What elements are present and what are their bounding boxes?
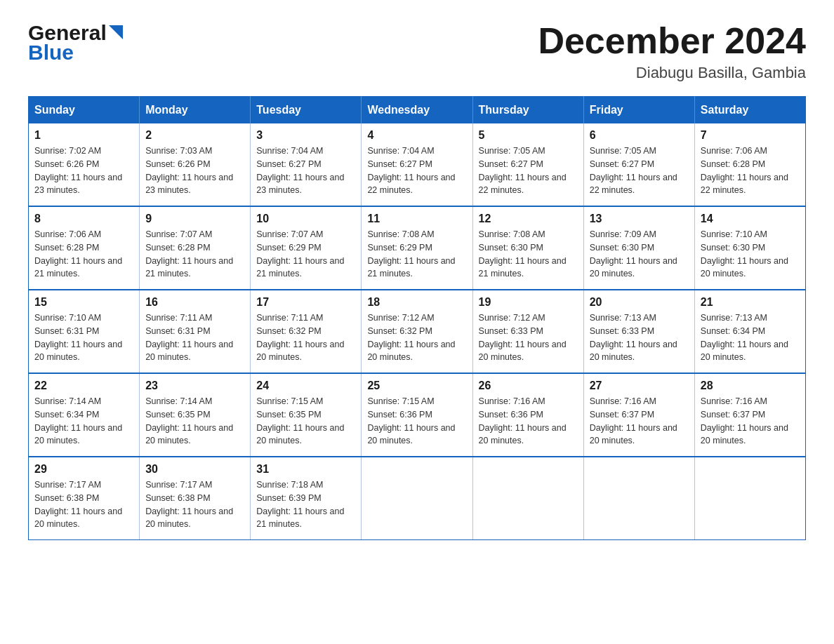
day-info: Sunrise: 7:04 AMSunset: 6:27 PMDaylight:… <box>256 146 344 195</box>
day-info: Sunrise: 7:11 AMSunset: 6:31 PMDaylight:… <box>145 313 233 362</box>
day-info: Sunrise: 7:11 AMSunset: 6:32 PMDaylight:… <box>256 313 344 362</box>
calendar-cell: 26 Sunrise: 7:16 AMSunset: 6:36 PMDaylig… <box>472 373 583 457</box>
day-info: Sunrise: 7:14 AMSunset: 6:34 PMDaylight:… <box>34 396 122 445</box>
calendar-cell: 13 Sunrise: 7:09 AMSunset: 6:30 PMDaylig… <box>583 206 694 290</box>
day-info: Sunrise: 7:16 AMSunset: 6:37 PMDaylight:… <box>701 396 788 445</box>
header-saturday: Saturday <box>694 97 805 124</box>
day-info: Sunrise: 7:07 AMSunset: 6:29 PMDaylight:… <box>256 229 344 279</box>
day-number: 1 <box>34 129 133 142</box>
calendar-cell: 25 Sunrise: 7:15 AMSunset: 6:36 PMDaylig… <box>362 373 472 457</box>
header-monday: Monday <box>140 97 251 124</box>
logo-arrow-icon <box>109 25 123 42</box>
day-info: Sunrise: 7:15 AMSunset: 6:35 PMDaylight:… <box>256 396 344 445</box>
header-tuesday: Tuesday <box>251 97 362 124</box>
calendar-cell: 29 Sunrise: 7:17 AMSunset: 6:38 PMDaylig… <box>29 457 140 540</box>
day-number: 6 <box>590 129 689 142</box>
header-thursday: Thursday <box>472 97 583 124</box>
calendar-cell: 10 Sunrise: 7:07 AMSunset: 6:29 PMDaylig… <box>251 206 362 290</box>
header-wednesday: Wednesday <box>362 97 472 124</box>
calendar-cell: 18 Sunrise: 7:12 AMSunset: 6:32 PMDaylig… <box>362 290 472 373</box>
location: Diabugu Basilla, Gambia <box>538 64 806 82</box>
day-info: Sunrise: 7:18 AMSunset: 6:39 PMDaylight:… <box>256 480 344 529</box>
day-info: Sunrise: 7:08 AMSunset: 6:30 PMDaylight:… <box>479 229 567 279</box>
day-info: Sunrise: 7:16 AMSunset: 6:37 PMDaylight:… <box>590 396 677 445</box>
week-row-1: 1 Sunrise: 7:02 AMSunset: 6:26 PMDayligh… <box>29 123 806 206</box>
calendar-cell: 20 Sunrise: 7:13 AMSunset: 6:33 PMDaylig… <box>583 290 694 373</box>
day-number: 15 <box>34 296 133 309</box>
day-number: 8 <box>34 213 133 225</box>
title-section: December 2024 Diabugu Basilla, Gambia <box>538 21 806 82</box>
calendar-cell: 12 Sunrise: 7:08 AMSunset: 6:30 PMDaylig… <box>472 206 583 290</box>
day-number: 29 <box>34 463 133 476</box>
day-number: 26 <box>479 380 578 392</box>
day-number: 11 <box>367 213 466 225</box>
svg-marker-0 <box>109 25 123 39</box>
calendar-cell: 4 Sunrise: 7:04 AMSunset: 6:27 PMDayligh… <box>362 123 472 206</box>
day-number: 30 <box>145 463 244 476</box>
week-row-4: 22 Sunrise: 7:14 AMSunset: 6:34 PMDaylig… <box>29 373 806 457</box>
calendar-cell: 5 Sunrise: 7:05 AMSunset: 6:27 PMDayligh… <box>472 123 583 206</box>
calendar-cell: 21 Sunrise: 7:13 AMSunset: 6:34 PMDaylig… <box>694 290 805 373</box>
day-info: Sunrise: 7:06 AMSunset: 6:28 PMDaylight:… <box>701 146 788 195</box>
day-number: 2 <box>145 129 244 142</box>
logo: General Blue <box>28 21 123 65</box>
calendar-cell: 14 Sunrise: 7:10 AMSunset: 6:30 PMDaylig… <box>694 206 805 290</box>
calendar-cell: 15 Sunrise: 7:10 AMSunset: 6:31 PMDaylig… <box>29 290 140 373</box>
day-info: Sunrise: 7:15 AMSunset: 6:36 PMDaylight:… <box>367 396 455 445</box>
calendar-table: Sunday Monday Tuesday Wednesday Thursday… <box>28 96 806 540</box>
day-info: Sunrise: 7:10 AMSunset: 6:31 PMDaylight:… <box>34 313 122 362</box>
day-number: 3 <box>256 129 355 142</box>
calendar-cell: 27 Sunrise: 7:16 AMSunset: 6:37 PMDaylig… <box>583 373 694 457</box>
day-number: 13 <box>590 213 689 225</box>
calendar-cell: 7 Sunrise: 7:06 AMSunset: 6:28 PMDayligh… <box>694 123 805 206</box>
day-number: 4 <box>367 129 466 142</box>
calendar-cell: 1 Sunrise: 7:02 AMSunset: 6:26 PMDayligh… <box>29 123 140 206</box>
page-header: General Blue December 2024 Diabugu Basil… <box>28 21 806 82</box>
day-number: 5 <box>479 129 578 142</box>
calendar-cell: 22 Sunrise: 7:14 AMSunset: 6:34 PMDaylig… <box>29 373 140 457</box>
calendar-cell <box>694 457 805 540</box>
day-number: 7 <box>701 129 800 142</box>
day-number: 19 <box>479 296 578 309</box>
day-info: Sunrise: 7:10 AMSunset: 6:30 PMDaylight:… <box>701 229 788 279</box>
day-number: 25 <box>367 380 466 392</box>
day-number: 10 <box>256 213 355 225</box>
day-number: 17 <box>256 296 355 309</box>
calendar-cell <box>362 457 472 540</box>
day-number: 27 <box>590 380 689 392</box>
day-number: 23 <box>145 380 244 392</box>
calendar-cell: 31 Sunrise: 7:18 AMSunset: 6:39 PMDaylig… <box>251 457 362 540</box>
day-number: 21 <box>701 296 800 309</box>
day-info: Sunrise: 7:05 AMSunset: 6:27 PMDaylight:… <box>590 146 677 195</box>
calendar-cell: 28 Sunrise: 7:16 AMSunset: 6:37 PMDaylig… <box>694 373 805 457</box>
day-info: Sunrise: 7:17 AMSunset: 6:38 PMDaylight:… <box>34 480 122 529</box>
header-friday: Friday <box>583 97 694 124</box>
day-number: 20 <box>590 296 689 309</box>
calendar-cell: 11 Sunrise: 7:08 AMSunset: 6:29 PMDaylig… <box>362 206 472 290</box>
header-sunday: Sunday <box>29 97 140 124</box>
day-info: Sunrise: 7:17 AMSunset: 6:38 PMDaylight:… <box>145 480 233 529</box>
calendar-cell: 3 Sunrise: 7:04 AMSunset: 6:27 PMDayligh… <box>251 123 362 206</box>
day-info: Sunrise: 7:13 AMSunset: 6:34 PMDaylight:… <box>701 313 788 362</box>
day-info: Sunrise: 7:16 AMSunset: 6:36 PMDaylight:… <box>479 396 567 445</box>
calendar-cell: 30 Sunrise: 7:17 AMSunset: 6:38 PMDaylig… <box>140 457 251 540</box>
month-title: December 2024 <box>538 21 806 61</box>
day-number: 22 <box>34 380 133 392</box>
day-number: 14 <box>701 213 800 225</box>
day-info: Sunrise: 7:02 AMSunset: 6:26 PMDaylight:… <box>34 146 122 195</box>
day-number: 31 <box>256 463 355 476</box>
calendar-cell: 17 Sunrise: 7:11 AMSunset: 6:32 PMDaylig… <box>251 290 362 373</box>
calendar-cell: 16 Sunrise: 7:11 AMSunset: 6:31 PMDaylig… <box>140 290 251 373</box>
week-row-3: 15 Sunrise: 7:10 AMSunset: 6:31 PMDaylig… <box>29 290 806 373</box>
calendar-cell: 8 Sunrise: 7:06 AMSunset: 6:28 PMDayligh… <box>29 206 140 290</box>
day-info: Sunrise: 7:12 AMSunset: 6:33 PMDaylight:… <box>479 313 567 362</box>
week-row-2: 8 Sunrise: 7:06 AMSunset: 6:28 PMDayligh… <box>29 206 806 290</box>
day-info: Sunrise: 7:08 AMSunset: 6:29 PMDaylight:… <box>367 229 455 279</box>
calendar-header-row: Sunday Monday Tuesday Wednesday Thursday… <box>29 97 806 124</box>
day-number: 18 <box>367 296 466 309</box>
day-info: Sunrise: 7:06 AMSunset: 6:28 PMDaylight:… <box>34 229 122 279</box>
day-info: Sunrise: 7:12 AMSunset: 6:32 PMDaylight:… <box>367 313 455 362</box>
day-info: Sunrise: 7:03 AMSunset: 6:26 PMDaylight:… <box>145 146 233 195</box>
day-info: Sunrise: 7:05 AMSunset: 6:27 PMDaylight:… <box>479 146 567 195</box>
day-number: 12 <box>479 213 578 225</box>
